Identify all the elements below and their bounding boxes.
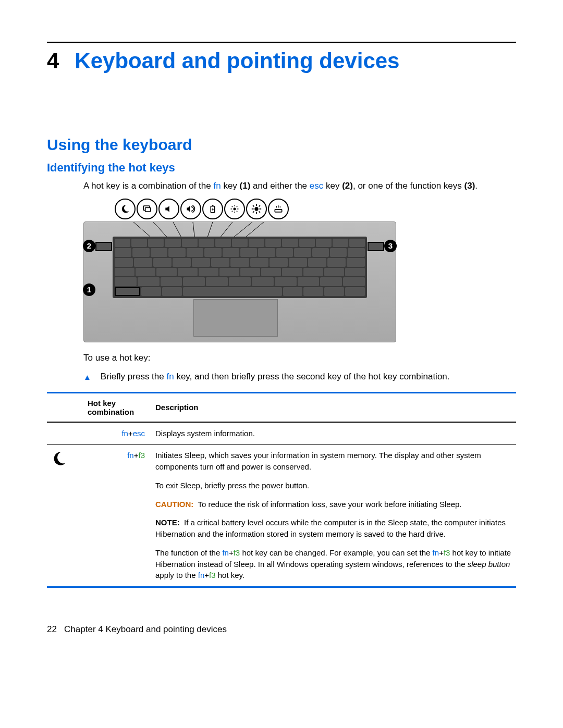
hotkeys-table: Hot key combination Description fn+esc D… [47, 392, 516, 588]
svg-point-5 [234, 207, 236, 210]
callout-2: 2 [83, 240, 95, 252]
sleep-icon [115, 199, 136, 219]
section-heading: Using the keyboard [47, 136, 516, 154]
svg-rect-23 [275, 209, 282, 212]
desc-cell: Displays system information. [152, 422, 516, 445]
svg-rect-1 [145, 207, 151, 212]
svg-line-13 [237, 206, 238, 207]
triangle-bullet-icon: ▲ [83, 372, 91, 382]
svg-line-22 [259, 205, 260, 206]
keyboard-light-icon [268, 199, 289, 219]
intro-paragraph: A hot key is a combination of the fn key… [83, 180, 516, 192]
desc-cell: Initiates Sleep, which saves your inform… [152, 445, 516, 587]
svg-rect-3 [212, 205, 214, 206]
esc-key-label: esc [310, 181, 323, 191]
svg-line-20 [259, 211, 260, 212]
svg-line-10 [232, 206, 233, 207]
function-key-highlight [368, 242, 384, 251]
col-description: Description [152, 392, 516, 422]
keyboard-illustration: + 2 3 1 [83, 199, 396, 342]
hotkey-icons-row: + [83, 199, 396, 219]
table-row: fn+esc Displays system information. [47, 422, 516, 445]
chapter-number: 4 [47, 48, 59, 73]
combo-cell: fn+f3 [84, 445, 152, 587]
fn-key-label: fn [213, 181, 221, 191]
combo-cell: fn+esc [84, 422, 152, 445]
fn-key-label: fn [166, 372, 174, 381]
volume-icon [180, 199, 201, 219]
table-row: fn+f3 Initiates Sleep, which saves your … [47, 445, 516, 587]
footer-label: Chapter 4 Keyboard and pointing devices [64, 624, 227, 634]
chapter-title: 4Keyboard and pointing devices [47, 48, 516, 73]
touchpad [193, 299, 278, 337]
brightness-up-icon [246, 199, 267, 219]
keyboard-keys [113, 237, 367, 298]
chapter-title-text: Keyboard and pointing devices [75, 48, 399, 73]
col-hotkey: Hot key combination [84, 392, 152, 422]
brightness-down-icon [224, 199, 245, 219]
callout-3: 3 [384, 240, 397, 252]
svg-text:+: + [212, 207, 214, 212]
svg-point-14 [254, 207, 258, 211]
esc-key-highlight [95, 242, 112, 251]
page-footer: 22 Chapter 4 Keyboard and pointing devic… [47, 624, 516, 635]
display-switch-icon [137, 199, 157, 219]
svg-line-19 [253, 205, 254, 206]
svg-line-11 [237, 211, 238, 212]
to-use-label: To use a hot key: [83, 352, 516, 364]
sleep-icon [47, 445, 84, 587]
svg-line-12 [232, 211, 233, 212]
battery-icon: + [202, 199, 223, 219]
mute-icon [158, 199, 179, 219]
callout-1: 1 [83, 283, 95, 296]
subsection-heading: Identifying the hot keys [47, 161, 516, 175]
page-number: 22 [47, 624, 57, 634]
svg-line-21 [253, 211, 254, 212]
step-row: ▲ Briefly press the fn key, and then bri… [83, 372, 516, 382]
